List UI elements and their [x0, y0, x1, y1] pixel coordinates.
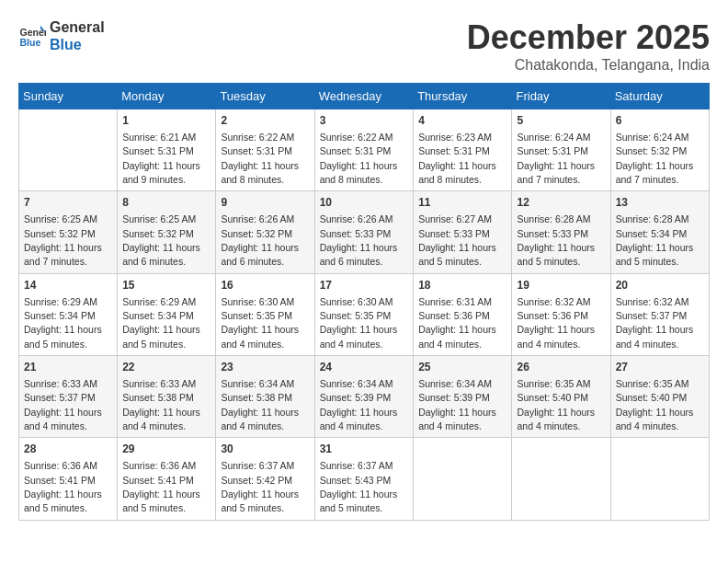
- cell-content: Sunrise: 6:32 AMSunset: 5:36 PMDaylight:…: [517, 296, 595, 350]
- calendar-cell: 19Sunrise: 6:32 AMSunset: 5:36 PMDayligh…: [512, 273, 610, 355]
- cell-content: Sunrise: 6:37 AMSunset: 5:42 PMDaylight:…: [221, 460, 299, 513]
- calendar-cell: 31Sunrise: 6:37 AMSunset: 5:43 PMDayligh…: [314, 438, 414, 520]
- day-number: 21: [24, 360, 112, 375]
- day-number: 4: [418, 113, 506, 129]
- calendar-cell: 30Sunrise: 6:37 AMSunset: 5:42 PMDayligh…: [216, 438, 314, 520]
- day-number: 26: [517, 360, 605, 375]
- cell-content: Sunrise: 6:32 AMSunset: 5:37 PMDaylight:…: [616, 296, 694, 350]
- cell-content: Sunrise: 6:30 AMSunset: 5:35 PMDaylight:…: [221, 296, 299, 350]
- calendar-cell: 13Sunrise: 6:28 AMSunset: 5:34 PMDayligh…: [610, 191, 709, 273]
- cell-content: Sunrise: 6:29 AMSunset: 5:34 PMDaylight:…: [24, 296, 102, 350]
- day-number: 15: [122, 278, 210, 293]
- calendar-cell: [19, 109, 118, 191]
- cell-content: Sunrise: 6:29 AMSunset: 5:34 PMDaylight:…: [122, 296, 200, 350]
- day-number: 2: [221, 113, 309, 129]
- day-number: 22: [122, 360, 210, 375]
- day-number: 6: [616, 113, 704, 129]
- calendar-cell: 7Sunrise: 6:25 AMSunset: 5:32 PMDaylight…: [19, 191, 118, 273]
- day-number: 18: [418, 278, 506, 293]
- cell-content: Sunrise: 6:22 AMSunset: 5:31 PMDaylight:…: [221, 132, 299, 185]
- header-wednesday: Wednesday: [314, 84, 414, 109]
- day-number: 29: [122, 442, 210, 457]
- day-number: 23: [221, 360, 309, 375]
- cell-content: Sunrise: 6:33 AMSunset: 5:38 PMDaylight:…: [122, 378, 200, 431]
- cell-content: Sunrise: 6:25 AMSunset: 5:32 PMDaylight:…: [24, 213, 102, 267]
- day-number: 25: [418, 360, 506, 375]
- day-number: 3: [320, 113, 409, 129]
- logo-icon: General Blue: [18, 22, 46, 50]
- calendar-cell: 26Sunrise: 6:35 AMSunset: 5:40 PMDayligh…: [512, 356, 610, 438]
- day-number: 10: [320, 195, 409, 211]
- calendar-cell: 9Sunrise: 6:26 AMSunset: 5:32 PMDaylight…: [216, 191, 314, 273]
- calendar-cell: 5Sunrise: 6:24 AMSunset: 5:31 PMDaylight…: [512, 109, 610, 191]
- logo-general: General: [50, 18, 105, 36]
- calendar-cell: 18Sunrise: 6:31 AMSunset: 5:36 PMDayligh…: [414, 273, 512, 355]
- day-number: 12: [517, 195, 605, 211]
- calendar-cell: 22Sunrise: 6:33 AMSunset: 5:38 PMDayligh…: [118, 356, 216, 438]
- calendar-cell: 17Sunrise: 6:30 AMSunset: 5:35 PMDayligh…: [314, 273, 414, 355]
- cell-content: Sunrise: 6:30 AMSunset: 5:35 PMDaylight:…: [320, 296, 398, 350]
- calendar-week-row: 14Sunrise: 6:29 AMSunset: 5:34 PMDayligh…: [19, 273, 710, 355]
- day-number: 27: [616, 360, 704, 375]
- day-number: 30: [221, 442, 309, 457]
- cell-content: Sunrise: 6:34 AMSunset: 5:39 PMDaylight:…: [320, 378, 398, 431]
- logo: General Blue General Blue: [18, 18, 105, 53]
- calendar-week-row: 1Sunrise: 6:21 AMSunset: 5:31 PMDaylight…: [19, 109, 710, 191]
- page-header: General Blue General Blue December 2025 …: [18, 18, 710, 74]
- calendar-cell: 20Sunrise: 6:32 AMSunset: 5:37 PMDayligh…: [610, 273, 709, 355]
- header-tuesday: Tuesday: [216, 84, 314, 109]
- calendar-cell: 29Sunrise: 6:36 AMSunset: 5:41 PMDayligh…: [118, 438, 216, 520]
- calendar-cell: 11Sunrise: 6:27 AMSunset: 5:33 PMDayligh…: [414, 191, 512, 273]
- cell-content: Sunrise: 6:25 AMSunset: 5:32 PMDaylight:…: [122, 213, 200, 267]
- calendar-cell: 10Sunrise: 6:26 AMSunset: 5:33 PMDayligh…: [314, 191, 414, 273]
- header-sunday: Sunday: [19, 84, 118, 109]
- day-number: 9: [221, 195, 309, 211]
- cell-content: Sunrise: 6:31 AMSunset: 5:36 PMDaylight:…: [418, 296, 496, 350]
- calendar-cell: 4Sunrise: 6:23 AMSunset: 5:31 PMDaylight…: [414, 109, 512, 191]
- cell-content: Sunrise: 6:36 AMSunset: 5:41 PMDaylight:…: [24, 460, 102, 513]
- logo-blue: Blue: [50, 36, 105, 53]
- header-thursday: Thursday: [414, 84, 512, 109]
- cell-content: Sunrise: 6:26 AMSunset: 5:33 PMDaylight:…: [320, 213, 398, 267]
- calendar-header-row: SundayMondayTuesdayWednesdayThursdayFrid…: [19, 84, 710, 109]
- day-number: 28: [24, 442, 112, 457]
- day-number: 14: [24, 278, 112, 293]
- calendar-cell: 28Sunrise: 6:36 AMSunset: 5:41 PMDayligh…: [19, 438, 118, 520]
- cell-content: Sunrise: 6:35 AMSunset: 5:40 PMDaylight:…: [616, 378, 694, 431]
- calendar-cell: 15Sunrise: 6:29 AMSunset: 5:34 PMDayligh…: [118, 273, 216, 355]
- calendar-week-row: 28Sunrise: 6:36 AMSunset: 5:41 PMDayligh…: [19, 438, 710, 520]
- calendar-cell: 12Sunrise: 6:28 AMSunset: 5:33 PMDayligh…: [512, 191, 610, 273]
- calendar-cell: [414, 438, 512, 520]
- cell-content: Sunrise: 6:26 AMSunset: 5:32 PMDaylight:…: [221, 213, 299, 267]
- title-block: December 2025 Chatakonda, Telangana, Ind…: [467, 18, 710, 74]
- cell-content: Sunrise: 6:35 AMSunset: 5:40 PMDaylight:…: [517, 378, 595, 431]
- cell-content: Sunrise: 6:34 AMSunset: 5:38 PMDaylight:…: [221, 378, 299, 431]
- day-number: 20: [616, 278, 704, 293]
- cell-content: Sunrise: 6:27 AMSunset: 5:33 PMDaylight:…: [418, 213, 496, 267]
- calendar-cell: 25Sunrise: 6:34 AMSunset: 5:39 PMDayligh…: [414, 356, 512, 438]
- cell-content: Sunrise: 6:28 AMSunset: 5:34 PMDaylight:…: [616, 213, 694, 267]
- cell-content: Sunrise: 6:23 AMSunset: 5:31 PMDaylight:…: [418, 132, 496, 185]
- cell-content: Sunrise: 6:24 AMSunset: 5:31 PMDaylight:…: [517, 132, 595, 185]
- cell-content: Sunrise: 6:22 AMSunset: 5:31 PMDaylight:…: [320, 132, 398, 185]
- header-monday: Monday: [118, 84, 216, 109]
- header-saturday: Saturday: [610, 84, 709, 109]
- cell-content: Sunrise: 6:24 AMSunset: 5:32 PMDaylight:…: [616, 132, 694, 185]
- calendar-cell: 14Sunrise: 6:29 AMSunset: 5:34 PMDayligh…: [19, 273, 118, 355]
- cell-content: Sunrise: 6:34 AMSunset: 5:39 PMDaylight:…: [418, 378, 496, 431]
- calendar-cell: 8Sunrise: 6:25 AMSunset: 5:32 PMDaylight…: [118, 191, 216, 273]
- calendar-cell: 6Sunrise: 6:24 AMSunset: 5:32 PMDaylight…: [610, 109, 709, 191]
- cell-content: Sunrise: 6:33 AMSunset: 5:37 PMDaylight:…: [24, 378, 102, 431]
- day-number: 8: [122, 195, 210, 211]
- calendar-cell: 1Sunrise: 6:21 AMSunset: 5:31 PMDaylight…: [118, 109, 216, 191]
- location-subtitle: Chatakonda, Telangana, India: [467, 57, 710, 74]
- calendar-cell: 21Sunrise: 6:33 AMSunset: 5:37 PMDayligh…: [19, 356, 118, 438]
- calendar-cell: 24Sunrise: 6:34 AMSunset: 5:39 PMDayligh…: [314, 356, 414, 438]
- calendar-week-row: 21Sunrise: 6:33 AMSunset: 5:37 PMDayligh…: [19, 356, 710, 438]
- day-number: 31: [320, 442, 409, 457]
- calendar-cell: [610, 438, 709, 520]
- calendar-cell: 16Sunrise: 6:30 AMSunset: 5:35 PMDayligh…: [216, 273, 314, 355]
- calendar-cell: 27Sunrise: 6:35 AMSunset: 5:40 PMDayligh…: [610, 356, 709, 438]
- day-number: 1: [122, 113, 210, 129]
- calendar-cell: [512, 438, 610, 520]
